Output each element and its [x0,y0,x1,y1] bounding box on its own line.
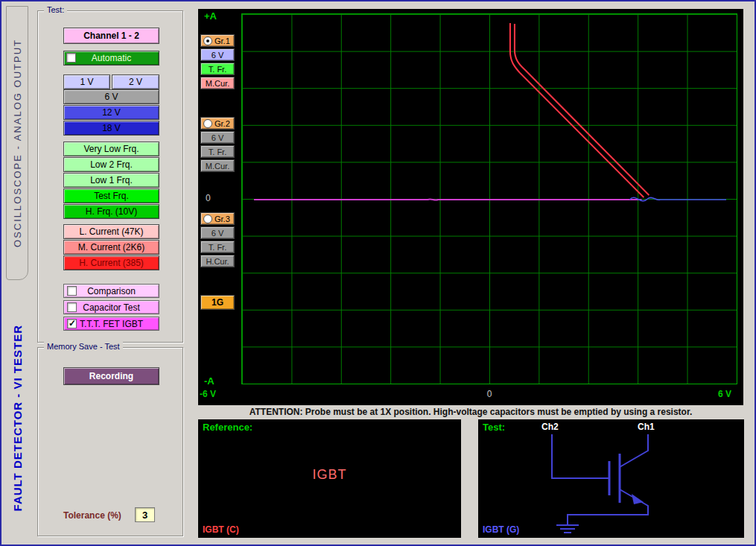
ttt-fet-igbt-label: T.T.T. FET IGBT [80,319,143,329]
capacitor-test-checkbox[interactable] [67,302,77,312]
test-pin-label: IGBT (G) [483,524,519,535]
freq-test-button[interactable]: Test Frq. [63,188,159,203]
schematic-emitter-wire [568,489,648,525]
app-window: OSCILLOSCOPE - ANALOG OUTPUT FAULT DETEC… [0,0,756,546]
freq-low2-button[interactable]: Low 2 Frq. [63,157,159,172]
group1-frequency-button[interactable]: T. Fr. [200,63,235,75]
scope-trace-canvas [242,14,737,384]
x-axis-center-label: 0 [482,389,497,399]
group1-radio-label: Gr.1 [215,36,230,45]
x-axis-right-label: 6 V [718,389,731,399]
automatic-label: Automatic [92,53,131,63]
freq-low1-button[interactable]: Low 1 Frq. [63,173,159,188]
automatic-checkbox[interactable] [66,53,76,63]
group3-voltage-button[interactable]: 6 V [200,226,235,239]
schematic-collector-wire [620,434,648,467]
reference-pin-label: IGBT (C) [203,524,239,535]
group2-radio-row[interactable]: Gr.2 [200,117,235,130]
group1-radio[interactable] [203,36,212,45]
schematic-ground-symbol [556,525,579,533]
test-panel-title: Test: [483,422,505,433]
reference-device-label: IGBT [198,467,461,483]
group1-radio-row[interactable]: Gr.1 [200,34,235,47]
group3-radio-row[interactable]: Gr.3 [200,212,235,225]
group2-radio[interactable] [203,119,212,128]
freq-very-low-button[interactable]: Very Low Frq. [63,142,159,156]
group2-voltage-button[interactable]: 6 V [200,131,235,144]
ttt-fet-igbt-option[interactable]: T.T.T. FET IGBT [63,317,159,331]
group3-radio[interactable] [203,215,212,223]
voltage-1v-button[interactable]: 1 V [63,74,110,89]
voltage-18v-button[interactable]: 18 V [63,121,159,136]
group2-radio-label: Gr.2 [215,119,230,128]
ch2-label: Ch2 [541,422,559,432]
scope-grid [241,13,737,384]
memory-save-groupbox: Memory Save - Test Recording Tolerance (… [37,347,183,536]
igbt-schematic [478,419,744,538]
x-axis-left-label: -6 V [200,389,216,399]
test-groupbox-title: Test: [44,5,67,14]
y-axis-top-label: +A [204,10,217,22]
tolerance-label: Tolerance (%) [63,510,121,521]
schematic-gate-wire [552,434,609,478]
capacitor-test-option[interactable]: Capacitor Test [63,300,159,314]
current-medium-button[interactable]: M. Current (2K6) [63,240,159,255]
freq-high-button[interactable]: H. Frq. (10V) [63,204,159,219]
group3-frequency-button[interactable]: T. Fr. [200,241,235,253]
group3-radio-label: Gr.3 [215,215,230,223]
oscilloscope-analog-output-label: OSCILLOSCOPE - ANALOG OUTPUT [12,39,23,247]
group2-current-button[interactable]: M.Cur. [200,159,235,172]
fault-detector-strip: FAULT DETECTOR - VI TESTER [6,298,28,538]
group2-frequency-button[interactable]: T. Fr. [200,145,235,158]
comparison-option[interactable]: Comparison [63,284,159,298]
oscilloscope-display: +A 0 -A Gr.1 6 V T. Fr. M.Cur. Gr.2 6 V … [198,9,743,405]
test-panel: Test: Ch2 Ch1 IGBT (G) [478,419,744,538]
tolerance-input[interactable] [135,507,155,522]
comparison-label: Comparison [87,286,136,296]
trace-blue-zero-line [629,197,726,200]
recording-button[interactable]: Recording [63,367,159,385]
voltage-2v-button[interactable]: 2 V [112,74,159,89]
ch1-label: Ch1 [638,422,655,432]
y-axis-bottom-label: -A [204,375,215,387]
group3-current-button[interactable]: H.Cur. [200,255,235,267]
reference-panel: Reference: IGBT IGBT (C) [198,419,461,538]
comparison-checkbox[interactable] [67,286,77,296]
test-groupbox: Test: Channel 1 - 2 Automatic 1 V 2 V 6 … [37,10,183,343]
channel-1-2-button[interactable]: Channel 1 - 2 [63,28,159,44]
memory-save-groupbox-title: Memory Save - Test [44,342,123,351]
group1-current-button[interactable]: M.Cur. [200,77,235,89]
current-high-button[interactable]: H. Current (385) [63,255,159,270]
voltage-12v-button[interactable]: 12 V [63,105,159,120]
oscilloscope-output-tab[interactable]: OSCILLOSCOPE - ANALOG OUTPUT [6,6,28,280]
y-axis-zero-label: 0 [206,193,211,203]
fault-detector-title: FAULT DETECTOR - VI TESTER [11,325,24,511]
attention-warning-text: ATTENTION: Probe must be at 1X position.… [198,407,743,417]
trace-magenta-zero-line [254,199,641,200]
capacitor-test-label: Capacitor Test [83,302,139,313]
trace-red-outer [510,23,644,197]
group1-voltage-button[interactable]: 6 V [200,48,235,61]
reference-panel-title: Reference: [203,422,252,433]
automatic-button[interactable]: Automatic [63,51,159,66]
current-low-button[interactable]: L. Current (47K) [63,224,159,239]
trace-red-inner [515,24,649,195]
gain-1g-button[interactable]: 1G [200,295,235,310]
voltage-6v-button[interactable]: 6 V [63,89,159,104]
ttt-fet-igbt-checkbox[interactable] [67,319,77,328]
